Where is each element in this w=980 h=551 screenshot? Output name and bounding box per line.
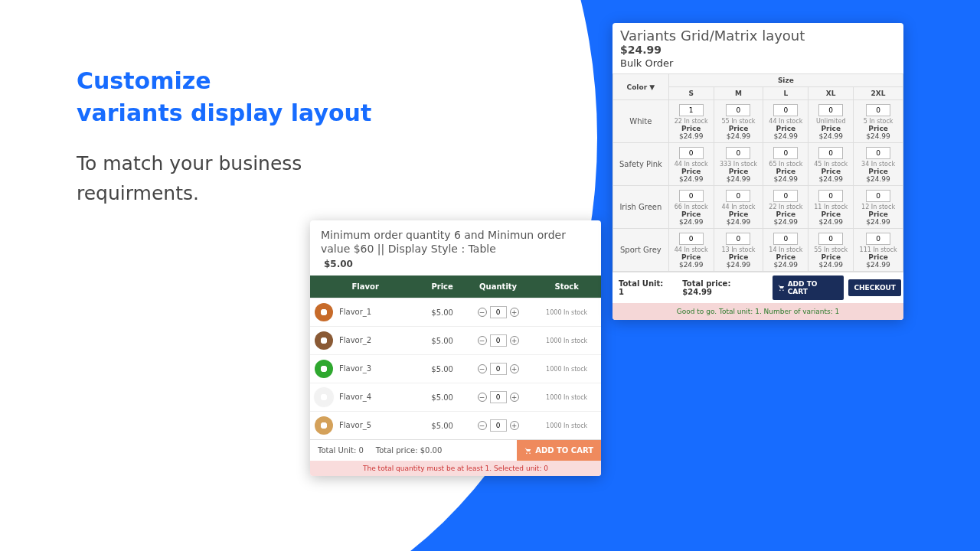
headline-line-2: variants display layout	[77, 97, 371, 129]
flavor-name: Flavor_4	[339, 393, 371, 401]
card1-title: Minimum order quantity 6 and Minimun ord…	[310, 220, 601, 259]
donut-icon	[315, 360, 333, 378]
grid-quantity-input[interactable]	[818, 147, 843, 159]
minus-button[interactable]: −	[478, 364, 487, 373]
headline: Customize variants display layout	[77, 65, 371, 129]
minus-button[interactable]: −	[478, 421, 487, 430]
grid-quantity-input[interactable]	[679, 147, 704, 159]
grid-cell: 22 In stockPrice$24.99	[668, 100, 714, 143]
total-price-label: Total price:	[376, 446, 418, 455]
grid-quantity-input[interactable]	[773, 233, 798, 245]
quantity-input[interactable]	[490, 419, 507, 432]
grid-cell: 44 In stockPrice$24.99	[668, 143, 714, 186]
donut-icon	[315, 388, 333, 406]
col-flavor: Flavor	[310, 276, 420, 298]
grid-stock: 12 In stock	[856, 204, 900, 210]
grid-price-value: $24.99	[856, 175, 900, 183]
minus-button[interactable]: −	[478, 393, 487, 402]
minus-button[interactable]: −	[478, 336, 487, 345]
plus-button[interactable]: +	[510, 421, 519, 430]
plus-button[interactable]: +	[510, 393, 519, 402]
grid-cell: UnlimitedPrice$24.99	[808, 100, 854, 143]
grid-row: White22 In stockPrice$24.9955 In stockPr…	[613, 100, 903, 143]
card2-price: $24.99	[612, 44, 903, 56]
row-stock: 1000 In stock	[532, 355, 601, 383]
add-to-cart-button[interactable]: ADD TO CART	[517, 440, 601, 461]
grid-price-value: $24.99	[811, 261, 851, 269]
add-to-cart-label: ADD TO CART	[535, 446, 593, 455]
grid-quantity-input[interactable]	[679, 233, 704, 245]
card2-success: Good to go. Total unit: 1. Number of var…	[612, 303, 903, 320]
grid-quantity-input[interactable]	[726, 190, 750, 202]
headline-line-1: Customize	[77, 65, 371, 97]
grid-stock: 13 In stock	[717, 246, 761, 253]
grid-cell: 13 In stockPrice$24.99	[714, 229, 763, 272]
grid-price-label: Price	[717, 253, 761, 261]
flavor-name: Flavor_2	[339, 336, 371, 344]
grid-quantity-input[interactable]	[726, 233, 750, 245]
grid-price-value: $24.99	[766, 218, 805, 226]
plus-button[interactable]: +	[510, 364, 519, 373]
color-axis-header[interactable]: Color ▼	[613, 74, 669, 100]
grid-price-value: $24.99	[717, 218, 761, 226]
grid-quantity-input[interactable]	[866, 190, 890, 202]
flavor-name: Flavor_3	[339, 364, 371, 373]
color-header: Irish Green	[613, 186, 669, 229]
plus-button[interactable]: +	[510, 308, 519, 317]
card1-warning: The total quantity must be at least 1. S…	[310, 461, 601, 476]
grid-quantity-input[interactable]	[818, 233, 843, 245]
grid-price-label: Price	[811, 125, 851, 132]
checkout-button[interactable]: CHECKOUT	[848, 279, 901, 296]
grid-cell: 65 In stockPrice$24.99	[763, 143, 808, 186]
plus-button[interactable]: +	[510, 336, 519, 345]
table-row: Flavor_2$5.00−+1000 In stock	[310, 327, 601, 355]
quantity-input[interactable]	[490, 334, 507, 347]
grid-quantity-input[interactable]	[726, 104, 750, 116]
grid-stock: Unlimited	[811, 118, 851, 125]
grid-cell: 12 In stockPrice$24.99	[854, 186, 903, 229]
quantity-input[interactable]	[490, 391, 507, 403]
grid-quantity-input[interactable]	[866, 147, 890, 159]
grid-stock: 65 In stock	[766, 161, 805, 168]
quantity-input[interactable]	[490, 363, 507, 375]
col-stock: Stock	[532, 276, 601, 298]
grid-row: Sport Grey44 In stockPrice$24.9913 In st…	[613, 229, 903, 272]
cart-icon	[778, 284, 786, 292]
subheadline-line-1: To match your business	[77, 149, 302, 179]
grid-price-label: Price	[811, 253, 851, 261]
table-layout-card: Minimum order quantity 6 and Minimun ord…	[310, 220, 601, 476]
minus-button[interactable]: −	[478, 308, 487, 317]
color-header: White	[613, 100, 669, 143]
donut-icon	[315, 416, 333, 435]
grid-quantity-input[interactable]	[818, 104, 843, 116]
quantity-input[interactable]	[490, 306, 507, 318]
grid-price-label: Price	[766, 168, 805, 175]
grid-quantity-input[interactable]	[679, 104, 704, 116]
size-header: S	[668, 87, 714, 100]
grid-stock: 22 In stock	[671, 118, 711, 125]
grid-add-to-cart-button[interactable]: ADD TO CART	[773, 276, 844, 300]
grid-cell: 55 In stockPrice$24.99	[808, 229, 854, 272]
grid-price-value: $24.99	[717, 132, 761, 140]
grid-quantity-input[interactable]	[726, 147, 750, 159]
grid-stock: 55 In stock	[811, 246, 851, 253]
grid-quantity-input[interactable]	[866, 104, 890, 116]
grid-stock: 11 In stock	[811, 204, 851, 210]
grid-price-value: $24.99	[717, 175, 761, 183]
flavor-table: Flavor Price Quantity Stock Flavor_1$5.0…	[310, 276, 601, 439]
grid-quantity-input[interactable]	[818, 190, 843, 202]
grid-stock: 333 In stock	[717, 161, 761, 168]
grid-price-label: Price	[671, 168, 711, 175]
total-unit-label: Total Unit:	[318, 446, 356, 455]
row-price: $5.00	[420, 298, 463, 327]
grid-quantity-input[interactable]	[773, 147, 798, 159]
grid-quantity-input[interactable]	[773, 190, 798, 202]
cart-icon	[524, 447, 532, 455]
grid-quantity-input[interactable]	[866, 233, 890, 245]
table-row: Flavor_1$5.00−+1000 In stock	[310, 298, 601, 327]
grid-row: Irish Green66 In stockPrice$24.9944 In s…	[613, 186, 903, 229]
grid-quantity-input[interactable]	[773, 104, 798, 116]
size-header: XL	[808, 87, 854, 100]
grid-quantity-input[interactable]	[679, 190, 704, 202]
grid-price-value: $24.99	[856, 132, 900, 140]
